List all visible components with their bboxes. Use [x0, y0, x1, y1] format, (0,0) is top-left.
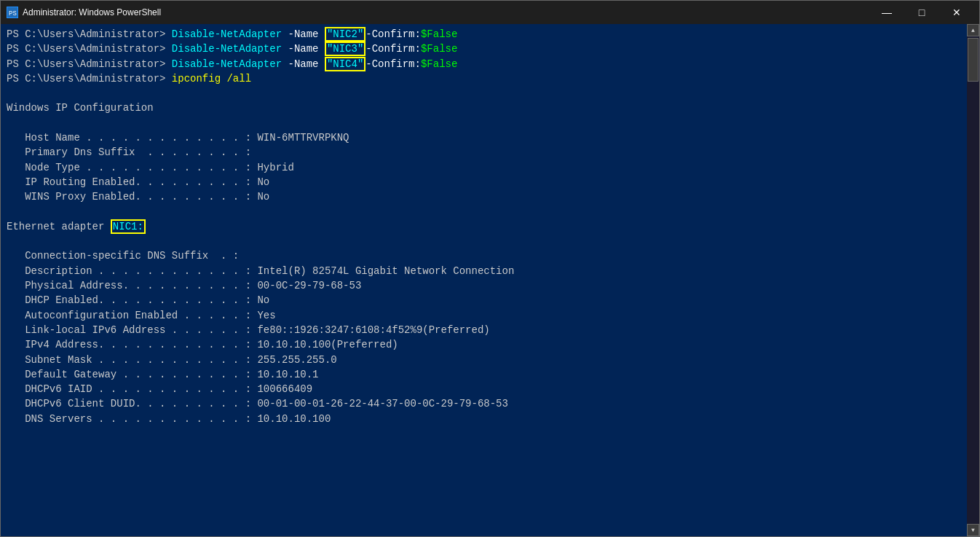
blank-line-2: [7, 116, 961, 130]
flag-2: $False: [421, 43, 457, 55]
powershell-window: PS Administrator: Windows PowerShell — □…: [0, 0, 980, 537]
description-value: Intel(R) 82574L Gigabit Network Connecti…: [257, 265, 514, 277]
nic2-highlight: "NIC2": [325, 27, 365, 42]
prompt-2: PS C:\Users\Administrator>: [7, 43, 172, 55]
title-bar: PS Administrator: Windows PowerShell — □…: [1, 1, 979, 24]
link-local-label: Link-local IPv6 Address . . . . . . :: [7, 324, 257, 336]
args-3: -Name: [282, 58, 325, 70]
scroll-thumb[interactable]: [968, 38, 979, 82]
autoconfig-line: Autoconfiguration Enabled . . . . . : Ye…: [7, 308, 961, 323]
console-area: PS C:\Users\Administrator> Disable-NetAd…: [1, 24, 979, 536]
physical-label: Physical Address. . . . . . . . . . :: [7, 280, 257, 291]
nic4-highlight: "NIC4": [325, 57, 365, 71]
cmd-line-4: PS C:\Users\Administrator> ipconfig /all: [7, 71, 961, 86]
args-1: -Name: [282, 28, 325, 40]
physical-value: 00-0C-29-79-68-53: [257, 280, 361, 291]
primary-dns-label: Primary Dns Suffix . . . . . . . . :: [7, 146, 257, 158]
rest-3: -Confirm:: [365, 58, 421, 70]
wins-proxy-line: WINS Proxy Enabled. . . . . . . . . : No: [7, 189, 961, 204]
window-controls: — □ ✕: [870, 1, 973, 24]
link-local-value: fe80::1926:3247:6108:4f52%9(Preferred): [257, 324, 489, 336]
primary-dns-line: Primary Dns Suffix . . . . . . . . :: [7, 145, 961, 160]
dhcpv6-duid-value: 00-01-00-01-26-22-44-37-00-0C-29-79-68-5…: [257, 398, 507, 409]
prompt-1: PS C:\Users\Administrator>: [7, 28, 172, 40]
cmd-line-3: PS C:\Users\Administrator> Disable-NetAd…: [7, 57, 961, 71]
nic3-highlight: "NIC3": [325, 42, 365, 56]
ethernet-label: Ethernet adapter: [7, 221, 111, 232]
powershell-icon: PS: [7, 7, 18, 18]
description-line: Description . . . . . . . . . . . . : In…: [7, 264, 961, 278]
dns-value: 10.10.10.100: [257, 413, 331, 425]
blank-line-1: [7, 86, 961, 101]
conn-dns-line: Connection-specific DNS Suffix . :: [7, 248, 961, 263]
cmd-line-2: PS C:\Users\Administrator> Disable-NetAd…: [7, 42, 961, 56]
dns-label: DNS Servers . . . . . . . . . . . . :: [7, 413, 257, 425]
blank-line-4: [7, 234, 961, 248]
nic1-highlight: NIC1:: [111, 219, 146, 234]
wins-proxy-value: No: [257, 191, 269, 203]
ip-routing-label: IP Routing Enabled. . . . . . . . . :: [7, 176, 257, 188]
dhcpv6-iaid-value: 100666409: [257, 383, 312, 395]
maximize-button[interactable]: □: [905, 1, 938, 24]
rest-1: -Confirm:: [365, 28, 421, 40]
cmd-line-1: PS C:\Users\Administrator> Disable-NetAd…: [7, 27, 961, 42]
flag-1: $False: [421, 28, 457, 40]
cmd-1: Disable-NetAdapter: [172, 28, 282, 40]
ethernet-adapter-line: Ethernet adapter NIC1:: [7, 219, 961, 234]
gateway-line: Default Gateway . . . . . . . . . . : 10…: [7, 367, 961, 382]
flag-3: $False: [421, 58, 457, 70]
scroll-up-button[interactable]: ▲: [967, 24, 979, 36]
scrollbar[interactable]: ▲ ▼: [967, 24, 979, 536]
gateway-value: 10.10.10.1: [257, 369, 318, 380]
host-name-label: Host Name . . . . . . . . . . . . . :: [7, 132, 257, 144]
dhcp-label: DHCP Enabled. . . . . . . . . . . . :: [7, 294, 257, 306]
svg-text:PS: PS: [9, 10, 17, 17]
scroll-track[interactable]: [967, 36, 979, 524]
window-title: Administrator: Windows PowerShell: [23, 7, 161, 17]
windows-ip-config: Windows IP Configuration: [7, 101, 961, 115]
host-name-value: WIN-6MTTRVRPKNQ: [257, 132, 349, 144]
args-2: -Name: [282, 43, 325, 55]
ipv4-label: IPv4 Address. . . . . . . . . . . . :: [7, 339, 257, 350]
ip-routing-line: IP Routing Enabled. . . . . . . . . : No: [7, 175, 961, 189]
dhcpv6-iaid-label: DHCPv6 IAID . . . . . . . . . . . . :: [7, 383, 257, 395]
cmd-4: ipconfig /all: [172, 73, 251, 85]
close-button[interactable]: ✕: [940, 1, 973, 24]
dhcpv6-duid-label: DHCPv6 Client DUID. . . . . . . . . :: [7, 398, 257, 409]
dhcp-value: No: [257, 294, 269, 306]
console-content[interactable]: PS C:\Users\Administrator> Disable-NetAd…: [1, 24, 967, 536]
physical-line: Physical Address. . . . . . . . . . : 00…: [7, 278, 961, 293]
dns-line: DNS Servers . . . . . . . . . . . . : 10…: [7, 412, 961, 426]
rest-2: -Confirm:: [365, 43, 421, 55]
minimize-button[interactable]: —: [870, 1, 904, 24]
node-type-value: Hybrid: [257, 162, 293, 173]
scroll-down-button[interactable]: ▼: [967, 524, 979, 536]
node-type-line: Node Type . . . . . . . . . . . . . : Hy…: [7, 160, 961, 175]
ipv4-line: IPv4 Address. . . . . . . . . . . . : 10…: [7, 337, 961, 352]
wins-proxy-label: WINS Proxy Enabled. . . . . . . . . :: [7, 191, 257, 203]
node-type-label: Node Type . . . . . . . . . . . . . :: [7, 162, 257, 173]
prompt-4: PS C:\Users\Administrator>: [7, 73, 172, 85]
gateway-label: Default Gateway . . . . . . . . . . :: [7, 369, 257, 380]
description-label: Description . . . . . . . . . . . . :: [7, 265, 257, 277]
ip-routing-value: No: [257, 176, 269, 188]
title-bar-left: PS Administrator: Windows PowerShell: [7, 7, 161, 18]
ipv4-value: 10.10.10.100(Preferred): [257, 339, 398, 350]
host-name-line: Host Name . . . . . . . . . . . . . : WI…: [7, 130, 961, 145]
dhcpv6-duid-line: DHCPv6 Client DUID. . . . . . . . . : 00…: [7, 396, 961, 411]
prompt-3: PS C:\Users\Administrator>: [7, 58, 172, 70]
autoconfig-label: Autoconfiguration Enabled . . . . . :: [7, 310, 257, 321]
link-local-line: Link-local IPv6 Address . . . . . . : fe…: [7, 323, 961, 337]
autoconfig-value: Yes: [257, 310, 275, 321]
cmd-3: Disable-NetAdapter: [172, 58, 282, 70]
subnet-label: Subnet Mask . . . . . . . . . . . . :: [7, 354, 257, 366]
dhcpv6-iaid-line: DHCPv6 IAID . . . . . . . . . . . . : 10…: [7, 382, 961, 396]
blank-line-3: [7, 205, 961, 219]
dhcp-line: DHCP Enabled. . . . . . . . . . . . : No: [7, 293, 961, 307]
conn-dns-label: Connection-specific DNS Suffix . :: [7, 250, 245, 262]
subnet-line: Subnet Mask . . . . . . . . . . . . : 25…: [7, 353, 961, 367]
cmd-2: Disable-NetAdapter: [172, 43, 282, 55]
subnet-value: 255.255.255.0: [257, 354, 336, 366]
